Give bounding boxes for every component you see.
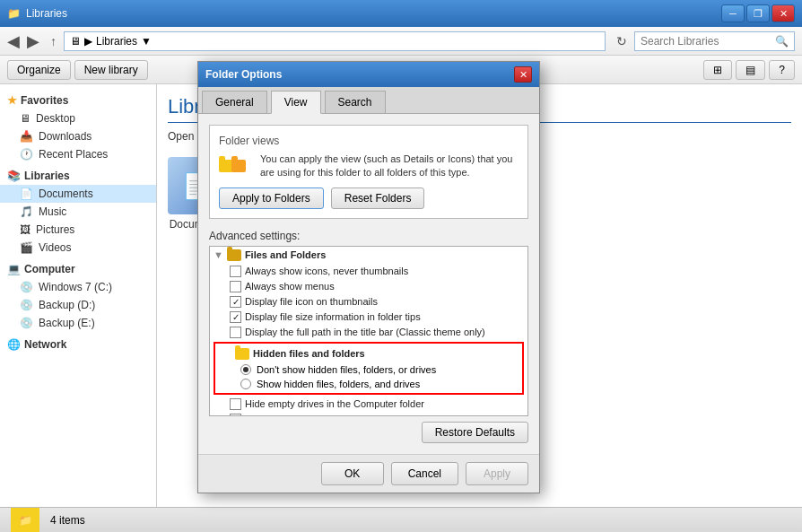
libraries-header[interactable]: 📚 Libraries bbox=[0, 167, 156, 185]
breadcrumb-text: Libraries bbox=[96, 35, 137, 48]
new-library-label: New library bbox=[84, 64, 138, 76]
preview-pane-button[interactable]: ▤ bbox=[736, 60, 765, 80]
dialog-close-button[interactable]: ✕ bbox=[514, 66, 532, 83]
file-icon-thumbnails-label: Display file icon on thumbnails bbox=[245, 296, 378, 307]
sidebar-item-downloads[interactable]: 📥 Downloads bbox=[0, 127, 156, 145]
new-library-button[interactable]: New library bbox=[74, 60, 148, 80]
favorites-header[interactable]: ★ Favorites bbox=[0, 92, 156, 109]
window-title: Libraries bbox=[26, 7, 67, 20]
close-button[interactable]: ✕ bbox=[771, 4, 795, 22]
drive-e-label: Backup (E:) bbox=[39, 317, 95, 329]
sidebar-item-documents[interactable]: 📄 Documents bbox=[0, 185, 156, 203]
refresh-button[interactable]: ↻ bbox=[616, 34, 627, 48]
status-folder-icon: 📁 bbox=[11, 508, 39, 533]
title-bar-controls: ─ ❐ ✕ bbox=[721, 4, 795, 22]
ok-button[interactable]: OK bbox=[321, 462, 384, 485]
computer-section: 💻 Computer 💿 Windows 7 (C:) 💿 Backup (D:… bbox=[0, 260, 156, 332]
advanced-settings-label: Advanced settings: bbox=[209, 230, 528, 242]
tree-item-6[interactable]: Hide extensions for known file types bbox=[210, 412, 527, 416]
tree-header-files-folders: ▼ Files and Folders bbox=[210, 247, 527, 264]
tab-view[interactable]: View bbox=[271, 91, 321, 114]
network-header[interactable]: 🌐 Network bbox=[0, 336, 156, 353]
restore-button[interactable]: ❐ bbox=[746, 4, 770, 22]
breadcrumb-separator: ▶ bbox=[84, 35, 92, 48]
checkbox-file-size-info[interactable] bbox=[230, 311, 241, 323]
always-menus-label: Always show menus bbox=[245, 281, 335, 292]
apply-label: Apply bbox=[484, 467, 510, 480]
reset-folders-button[interactable]: Reset Folders bbox=[331, 188, 425, 209]
tab-search[interactable]: Search bbox=[325, 91, 386, 113]
restore-defaults-button[interactable]: Restore Defaults bbox=[422, 422, 528, 443]
sidebar-item-backup-e[interactable]: 💿 Backup (E:) bbox=[0, 314, 156, 332]
hidden-folder-icon bbox=[235, 348, 249, 360]
ok-label: OK bbox=[344, 467, 360, 480]
libraries-label: Libraries bbox=[24, 170, 70, 182]
radio-show-hidden[interactable] bbox=[240, 379, 251, 389]
tree-item-2[interactable]: Display file icon on thumbnails bbox=[210, 294, 527, 310]
tab-search-label: Search bbox=[338, 96, 372, 109]
documents-label: Documents bbox=[39, 188, 93, 200]
checkbox-always-menus[interactable] bbox=[230, 281, 241, 292]
recent-places-icon: 🕐 bbox=[20, 148, 33, 161]
refresh-icon: ↻ bbox=[616, 34, 627, 48]
favorites-section: ★ Favorites 🖥 Desktop 📥 Downloads 🕐 Rece… bbox=[0, 92, 156, 163]
sidebar-item-videos[interactable]: 🎬 Videos bbox=[0, 239, 156, 257]
explorer-window: 📁 Libraries ─ ❐ ✕ ◀ ▶ ↑ 🖥 ▶ Libraries ▼ … bbox=[0, 0, 802, 532]
tree-item-5[interactable]: Hide empty drives in the Computer folder bbox=[210, 397, 527, 412]
checkbox-hide-empty-drives[interactable] bbox=[230, 398, 241, 410]
desktop-label: Desktop bbox=[36, 112, 75, 125]
radio-item-show-hidden[interactable]: Show hidden files, folders, and drives bbox=[217, 377, 520, 391]
tab-general[interactable]: General bbox=[202, 91, 267, 113]
tree-item-3[interactable]: Display file size information in folder … bbox=[210, 310, 527, 325]
status-icon-glyph: 📁 bbox=[19, 514, 32, 527]
radio-dont-show[interactable] bbox=[240, 364, 251, 375]
sidebar: ★ Favorites 🖥 Desktop 📥 Downloads 🕐 Rece… bbox=[0, 84, 157, 507]
sidebar-item-recent-places[interactable]: 🕐 Recent Places bbox=[0, 145, 156, 163]
folder-views-icon bbox=[219, 153, 251, 179]
checkbox-file-icon-thumbnails[interactable] bbox=[230, 296, 241, 308]
tree-expand-icon: ▼ bbox=[214, 249, 223, 260]
computer-header[interactable]: 💻 Computer bbox=[0, 260, 156, 278]
tree-item-1[interactable]: Always show menus bbox=[210, 279, 527, 294]
drive-d-icon: 💿 bbox=[20, 299, 33, 311]
sidebar-item-pictures[interactable]: 🖼 Pictures bbox=[0, 221, 156, 239]
search-box[interactable]: 🔍 bbox=[634, 31, 795, 51]
change-view-button[interactable]: ⊞ bbox=[703, 60, 732, 80]
up-button[interactable]: ↑ bbox=[50, 34, 57, 48]
hide-extensions-label: Hide extensions for known file types bbox=[245, 414, 402, 416]
dont-show-label: Don't show hidden files, folders, or dri… bbox=[257, 364, 436, 375]
organize-label: Organize bbox=[17, 64, 61, 76]
always-icons-label: Always show icons, never thumbnails bbox=[245, 266, 408, 276]
help-button[interactable]: ? bbox=[769, 60, 795, 80]
tree-folder-icon bbox=[227, 249, 241, 261]
sidebar-item-desktop[interactable]: 🖥 Desktop bbox=[0, 109, 156, 127]
advanced-tree[interactable]: ▼ Files and Folders Always show icons, n… bbox=[209, 246, 528, 416]
network-icon: 🌐 bbox=[7, 338, 21, 351]
tree-item-0[interactable]: Always show icons, never thumbnails bbox=[210, 264, 527, 279]
sidebar-item-windows7[interactable]: 💿 Windows 7 (C:) bbox=[0, 278, 156, 296]
checkbox-always-icons[interactable] bbox=[230, 266, 241, 277]
search-input[interactable] bbox=[641, 35, 775, 48]
radio-item-dont-show[interactable]: Don't show hidden files, folders, or dri… bbox=[217, 362, 520, 377]
tab-view-label: View bbox=[284, 96, 308, 109]
minimize-button[interactable]: ─ bbox=[721, 4, 745, 22]
sidebar-item-backup-d[interactable]: 💿 Backup (D:) bbox=[0, 296, 156, 314]
apply-to-folders-button[interactable]: Apply to Folders bbox=[219, 188, 324, 209]
computer-icon: 🖥 bbox=[70, 35, 81, 48]
folder-views-description: You can apply the view (such as Details … bbox=[260, 153, 519, 180]
breadcrumb[interactable]: 🖥 ▶ Libraries ▼ bbox=[64, 31, 606, 51]
sidebar-item-music[interactable]: 🎵 Music bbox=[0, 203, 156, 221]
back-button[interactable]: ◀ bbox=[7, 31, 20, 51]
tree-item-4[interactable]: Display the full path in the title bar (… bbox=[210, 325, 527, 340]
search-icon: 🔍 bbox=[775, 35, 789, 48]
forward-button[interactable]: ▶ bbox=[27, 31, 39, 51]
restore-defaults-area: Restore Defaults bbox=[209, 422, 528, 443]
network-label: Network bbox=[24, 338, 66, 351]
checkbox-hide-extensions[interactable] bbox=[230, 414, 241, 416]
organize-button[interactable]: Organize bbox=[7, 60, 71, 80]
file-size-info-label: Display file size information in folder … bbox=[245, 311, 421, 322]
cancel-button[interactable]: Cancel bbox=[391, 462, 458, 485]
favorites-icon: ★ bbox=[7, 94, 17, 107]
checkbox-full-path[interactable] bbox=[230, 327, 241, 338]
apply-button[interactable]: Apply bbox=[466, 462, 528, 485]
